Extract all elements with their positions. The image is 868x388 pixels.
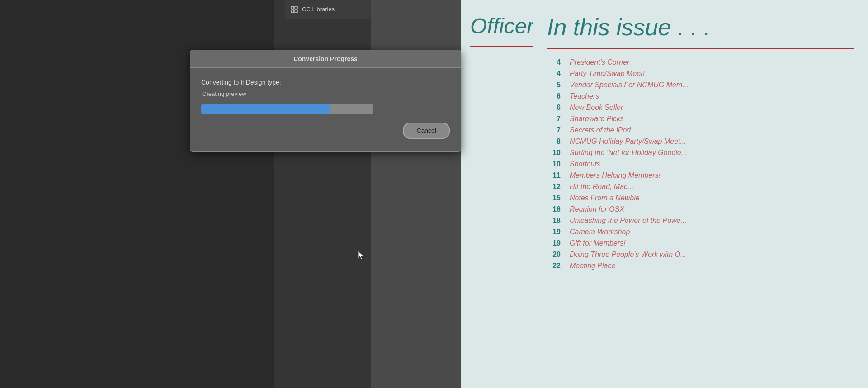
dialog-overlay: Conversion Progress Converting to InDesi… xyxy=(0,0,868,388)
status-label: Creating preview xyxy=(202,90,450,97)
dialog-body: Converting to InDesign type: Creating pr… xyxy=(190,68,461,151)
progress-bar-fill xyxy=(201,104,330,114)
dialog-buttons: Cancel xyxy=(201,123,450,139)
cancel-button[interactable]: Cancel xyxy=(403,123,450,139)
converting-label: Converting to InDesign type: xyxy=(201,79,450,86)
dialog-title: Conversion Progress xyxy=(293,55,358,62)
conversion-dialog: Conversion Progress Converting to InDesi… xyxy=(190,50,461,152)
progress-bar-container xyxy=(201,104,373,114)
dialog-titlebar: Conversion Progress xyxy=(190,50,461,68)
